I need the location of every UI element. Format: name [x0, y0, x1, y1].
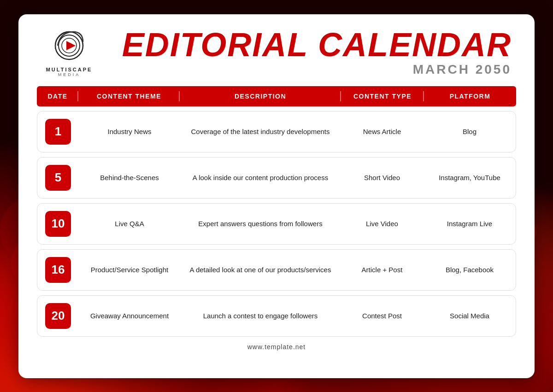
header: MULTISCAPE MEDIA EDITORIAL CALENDAR MARC… [37, 28, 516, 77]
theme-cell: Live Q&A [79, 213, 180, 234]
type-cell: News Article [341, 121, 424, 142]
main-card: MULTISCAPE MEDIA EDITORIAL CALENDAR MARC… [18, 14, 535, 378]
platform-cell: Blog, Facebook [424, 259, 516, 280]
logo-area: MULTISCAPE MEDIA [37, 28, 101, 77]
page-subtitle: MARCH 2050 [101, 62, 512, 77]
table-row: 1 Industry News Coverage of the latest i… [37, 111, 516, 152]
table-row: 10 Live Q&A Expert answers questions fro… [37, 203, 516, 245]
platform-cell: Blog [424, 121, 516, 142]
date-cell: 10 [37, 211, 79, 237]
logo-name: MULTISCAPE [46, 67, 93, 72]
table-header: DATE CONTENT THEME DESCRIPTION CONTENT T… [37, 86, 516, 106]
theme-cell: Behind-the-Scenes [79, 167, 180, 188]
date-cell: 1 [37, 119, 79, 145]
col-header-date: DATE [37, 86, 78, 106]
date-cell: 16 [37, 257, 79, 283]
description-cell: Expert answers questions from followers [180, 213, 341, 234]
type-cell: Article + Post [341, 259, 424, 280]
type-cell: Contest Post [341, 305, 424, 326]
footer-url: www.template.net [247, 343, 306, 351]
description-cell: A detailed look at one of our products/s… [180, 259, 341, 280]
logo-icon [51, 28, 88, 65]
platform-cell: Instagram Live [424, 213, 516, 234]
table-body: 1 Industry News Coverage of the latest i… [37, 111, 516, 337]
svg-marker-3 [66, 41, 76, 50]
col-header-theme: CONTENT THEME [78, 86, 180, 106]
page-title: EDITORIAL CALENDAR [101, 28, 512, 61]
footer: www.template.net [37, 343, 516, 351]
description-cell: A look inside our content production pro… [180, 167, 341, 188]
title-area: EDITORIAL CALENDAR MARCH 2050 [101, 28, 516, 77]
table-row: 20 Giveaway Announcement Launch a contes… [37, 295, 516, 337]
platform-cell: Instagram, YouTube [424, 167, 516, 188]
col-header-type: CONTENT TYPE [341, 86, 424, 106]
date-badge: 16 [45, 257, 71, 283]
date-badge: 1 [45, 119, 71, 145]
theme-cell: Industry News [79, 121, 180, 142]
theme-cell: Product/Service Spotlight [79, 259, 180, 280]
type-cell: Live Video [341, 213, 424, 234]
date-badge: 5 [45, 165, 71, 191]
table-row: 16 Product/Service Spotlight A detailed … [37, 249, 516, 291]
platform-cell: Social Media [424, 305, 516, 326]
logo-sub: MEDIA [58, 72, 81, 77]
description-cell: Launch a contest to engage followers [180, 305, 341, 326]
date-cell: 5 [37, 165, 79, 191]
type-cell: Short Video [341, 167, 424, 188]
table-row: 5 Behind-the-Scenes A look inside our co… [37, 157, 516, 199]
theme-cell: Giveaway Announcement [79, 305, 180, 326]
description-cell: Coverage of the latest industry developm… [180, 121, 341, 142]
date-badge: 10 [45, 211, 71, 237]
date-badge: 20 [45, 303, 71, 329]
date-cell: 20 [37, 303, 79, 329]
col-header-platform: PLATFORM [424, 86, 516, 106]
col-header-description: DESCRIPTION [180, 86, 341, 106]
